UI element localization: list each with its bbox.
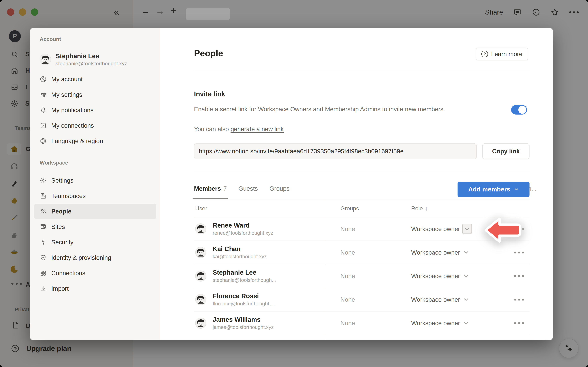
user-cell: Stephanie Lee stephanie@toolsforthough..… bbox=[195, 264, 276, 288]
settings-sidebar: Account Stephanie Lee stephanie@toolsfor… bbox=[30, 28, 160, 340]
avatar bbox=[40, 54, 51, 65]
browser-icon bbox=[40, 223, 47, 230]
role-dropdown[interactable]: Workspace owner bbox=[411, 217, 472, 241]
sidebar-item-connections[interactable]: Connections bbox=[34, 266, 156, 280]
tab-placeholder bbox=[186, 8, 230, 20]
invite-link-heading: Invite link bbox=[194, 90, 225, 98]
sidebar-item-people[interactable]: People bbox=[34, 204, 156, 219]
members-tabs: Members 7 Guests Groups bbox=[194, 178, 290, 199]
row-more-button[interactable] bbox=[514, 264, 524, 288]
sidebar-item-label: My notifications bbox=[51, 107, 94, 114]
sidebar-item-settings[interactable]: Settings bbox=[34, 173, 156, 188]
members-count-badge: 7 bbox=[223, 185, 227, 192]
tab-members[interactable]: Members 7 bbox=[194, 178, 227, 199]
invite-link-description: Enable a secret link for Workspace Owner… bbox=[194, 105, 468, 114]
sidebar-item-my-notifications[interactable]: My notifications bbox=[34, 103, 156, 117]
sidebar-item-identity-provisioning[interactable]: Identity & provisioning bbox=[34, 250, 156, 265]
person-circle-icon bbox=[40, 76, 47, 83]
workspace-section-label: Workspace bbox=[40, 160, 68, 166]
role-dropdown[interactable]: Workspace owner bbox=[411, 241, 469, 264]
avatar bbox=[195, 294, 206, 305]
sidebar-item-label: Connections bbox=[51, 270, 85, 277]
page-title: People bbox=[194, 48, 223, 58]
add-members-button[interactable]: Add members bbox=[458, 182, 529, 197]
sidebar-item-teamspaces[interactable]: Teamspaces bbox=[34, 189, 156, 203]
invite-link-toggle[interactable] bbox=[511, 105, 527, 115]
column-header-groups: Groups bbox=[340, 200, 359, 217]
divider bbox=[194, 70, 529, 70]
role-chevron-focus-box[interactable] bbox=[462, 224, 472, 234]
user-cell: Kai Chan kai@toolsforthought.xyz bbox=[195, 241, 267, 264]
role-dropdown[interactable]: Workspace owner bbox=[411, 288, 469, 311]
member-name: Stephanie Lee bbox=[213, 268, 276, 277]
role-dropdown[interactable]: Workspace owner bbox=[411, 311, 469, 335]
chevron-down-icon bbox=[464, 226, 470, 232]
shield-check-icon bbox=[40, 254, 47, 261]
chevron-down-icon bbox=[463, 320, 469, 326]
copy-link-button[interactable]: Copy link bbox=[482, 143, 529, 159]
column-header-user: User bbox=[195, 200, 207, 217]
sidebar-item-label: Settings bbox=[51, 177, 73, 184]
row-more-button[interactable] bbox=[514, 288, 524, 311]
sidebar-item-sites[interactable]: Sites bbox=[34, 219, 156, 234]
sliders-icon bbox=[40, 91, 47, 98]
tab-guests[interactable]: Guests bbox=[238, 178, 258, 199]
tab-groups[interactable]: Groups bbox=[269, 178, 290, 199]
role-label: Workspace owner bbox=[411, 273, 460, 280]
user-cell: James Williams james@toolsforthought.xyz bbox=[195, 311, 274, 335]
avatar bbox=[195, 318, 206, 329]
role-label: Workspace owner bbox=[411, 249, 460, 256]
annotation-arrow-left bbox=[484, 217, 522, 244]
sidebar-item-my-account[interactable]: My account bbox=[34, 72, 156, 87]
arrow-up-right-square-icon bbox=[40, 122, 47, 129]
add-members-label: Add members bbox=[468, 186, 510, 193]
account-user-row[interactable]: Stephanie Lee stephanie@toolsforthought.… bbox=[34, 50, 156, 69]
column-header-role[interactable]: Role ↓ bbox=[411, 200, 428, 217]
also-prefix: You can also bbox=[194, 126, 231, 133]
account-user-email: stephanie@toolsforthought.xyz bbox=[56, 60, 127, 67]
key-icon bbox=[40, 239, 47, 246]
table-row: James Williams james@toolsforthought.xyz… bbox=[194, 311, 529, 335]
sidebar-item-my-settings[interactable]: My settings bbox=[34, 87, 156, 102]
member-email: kai@toolsforthought.xyz bbox=[213, 253, 267, 260]
generate-new-link[interactable]: generate a new link bbox=[231, 126, 284, 133]
user-cell: Renee Ward renee@toolsforthought.xyz bbox=[195, 217, 273, 241]
table-row-partial: Digital Bot bbox=[194, 335, 529, 340]
settings-modal: Account Stephanie Lee stephanie@toolsfor… bbox=[30, 28, 553, 340]
sidebar-item-security[interactable]: Security bbox=[34, 235, 156, 250]
role-header-label: Role bbox=[411, 205, 423, 212]
sidebar-item-my-connections[interactable]: My connections bbox=[34, 118, 156, 133]
learn-more-button[interactable]: ? Learn more bbox=[476, 48, 528, 60]
member-email: james@toolsforthought.xyz bbox=[213, 324, 274, 331]
members-table: User Groups Role ↓ Renee Ward renee@tool… bbox=[194, 200, 529, 340]
member-email: florence@toolsforthought.... bbox=[213, 300, 275, 307]
people-icon bbox=[40, 208, 47, 215]
groups-cell: None bbox=[340, 217, 355, 241]
avatar bbox=[195, 223, 206, 234]
sidebar-item-label: My settings bbox=[51, 91, 82, 98]
groups-cell: None bbox=[340, 311, 355, 335]
role-dropdown[interactable]: Workspace owner bbox=[411, 264, 469, 288]
account-user-name: Stephanie Lee bbox=[56, 52, 127, 60]
user-cell: Florence Rossi florence@toolsforthought.… bbox=[195, 288, 275, 311]
sidebar-item-label: Language & region bbox=[51, 138, 103, 144]
sidebar-item-label: My connections bbox=[51, 122, 94, 129]
table-row: Kai Chan kai@toolsforthought.xyz None Wo… bbox=[194, 241, 529, 264]
download-icon bbox=[40, 285, 47, 292]
row-more-button[interactable] bbox=[514, 241, 524, 264]
chevron-down-icon bbox=[463, 273, 469, 279]
row-more-button[interactable] bbox=[514, 311, 524, 335]
chevron-down-icon bbox=[463, 297, 469, 302]
table-row: Florence Rossi florence@toolsforthought.… bbox=[194, 288, 529, 311]
sidebar-item-label: Sites bbox=[51, 223, 65, 230]
role-label: Workspace owner bbox=[411, 296, 460, 303]
role-label: Workspace owner bbox=[411, 225, 460, 233]
sidebar-item-label: My account bbox=[51, 76, 83, 83]
toggle-knob bbox=[518, 106, 526, 114]
settings-content: People ? Learn more Invite link Enable a… bbox=[160, 28, 553, 340]
tab-members-label: Members bbox=[194, 185, 221, 192]
sidebar-item-import[interactable]: Import bbox=[34, 281, 156, 296]
sidebar-item-language-region[interactable]: Language & region bbox=[34, 134, 156, 148]
member-name: Florence Rossi bbox=[213, 292, 275, 300]
invite-url-input[interactable] bbox=[194, 143, 477, 159]
